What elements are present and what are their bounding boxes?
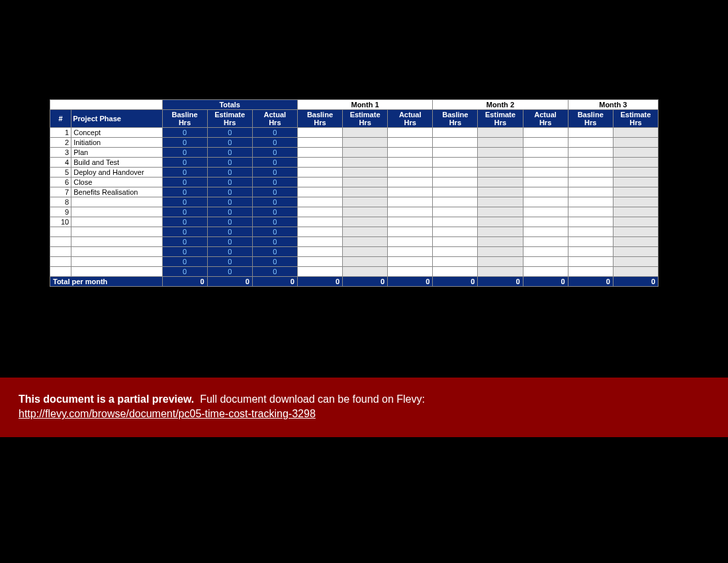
month-cell[interactable] [388,257,433,267]
month-cell[interactable] [478,267,523,277]
month-cell[interactable] [568,227,613,237]
month-cell[interactable] [343,217,388,227]
month-cell[interactable] [433,138,478,148]
month-cell[interactable] [297,187,342,197]
month-cell[interactable] [297,178,342,187]
month-cell[interactable] [433,128,478,138]
month-cell[interactable] [613,257,658,267]
month-cell[interactable] [343,158,388,168]
month-cell[interactable] [388,148,433,158]
month-cell[interactable] [568,148,613,158]
month-cell[interactable] [297,237,342,247]
month-cell[interactable] [613,178,658,187]
month-cell[interactable] [343,187,388,197]
month-cell[interactable] [297,168,342,178]
month-cell[interactable] [478,257,523,267]
month-cell[interactable] [297,158,342,168]
month-cell[interactable] [343,267,388,277]
month-cell[interactable] [523,138,568,148]
month-cell[interactable] [297,197,342,207]
month-cell[interactable] [388,138,433,148]
month-cell[interactable] [388,267,433,277]
month-cell[interactable] [523,178,568,187]
month-cell[interactable] [613,128,658,138]
month-cell[interactable] [523,148,568,158]
month-cell[interactable] [297,138,342,148]
month-cell[interactable] [388,207,433,217]
month-cell[interactable] [297,267,342,277]
month-cell[interactable] [388,247,433,257]
month-cell[interactable] [568,128,613,138]
month-cell[interactable] [433,207,478,217]
month-cell[interactable] [388,187,433,197]
month-cell[interactable] [568,267,613,277]
month-cell[interactable] [478,237,523,247]
month-cell[interactable] [388,197,433,207]
month-cell[interactable] [478,128,523,138]
month-cell[interactable] [523,187,568,197]
month-cell[interactable] [433,158,478,168]
month-cell[interactable] [568,207,613,217]
month-cell[interactable] [433,227,478,237]
month-cell[interactable] [478,207,523,217]
month-cell[interactable] [523,128,568,138]
month-cell[interactable] [388,217,433,227]
month-cell[interactable] [478,138,523,148]
month-cell[interactable] [568,187,613,197]
month-cell[interactable] [523,237,568,247]
month-cell[interactable] [523,197,568,207]
month-cell[interactable] [343,237,388,247]
month-cell[interactable] [478,178,523,187]
month-cell[interactable] [613,217,658,227]
month-cell[interactable] [478,227,523,237]
month-cell[interactable] [523,207,568,217]
month-cell[interactable] [613,168,658,178]
month-cell[interactable] [388,168,433,178]
month-cell[interactable] [478,168,523,178]
month-cell[interactable] [523,267,568,277]
month-cell[interactable] [343,197,388,207]
month-cell[interactable] [613,247,658,257]
month-cell[interactable] [297,148,342,158]
month-cell[interactable] [523,217,568,227]
month-cell[interactable] [568,168,613,178]
month-cell[interactable] [523,168,568,178]
month-cell[interactable] [568,178,613,187]
month-cell[interactable] [343,257,388,267]
month-cell[interactable] [343,207,388,217]
month-cell[interactable] [388,237,433,247]
month-cell[interactable] [568,138,613,148]
month-cell[interactable] [388,128,433,138]
month-cell[interactable] [613,148,658,158]
month-cell[interactable] [388,227,433,237]
month-cell[interactable] [568,247,613,257]
month-cell[interactable] [613,158,658,168]
month-cell[interactable] [433,247,478,257]
month-cell[interactable] [343,178,388,187]
month-cell[interactable] [523,227,568,237]
month-cell[interactable] [297,257,342,267]
month-cell[interactable] [433,187,478,197]
month-cell[interactable] [523,158,568,168]
month-cell[interactable] [297,128,342,138]
month-cell[interactable] [433,197,478,207]
month-cell[interactable] [613,197,658,207]
month-cell[interactable] [568,257,613,267]
month-cell[interactable] [343,148,388,158]
month-cell[interactable] [568,217,613,227]
month-cell[interactable] [433,257,478,267]
month-cell[interactable] [388,158,433,168]
month-cell[interactable] [478,158,523,168]
month-cell[interactable] [613,237,658,247]
month-cell[interactable] [613,207,658,217]
month-cell[interactable] [478,247,523,257]
month-cell[interactable] [433,237,478,247]
month-cell[interactable] [568,158,613,168]
month-cell[interactable] [297,217,342,227]
month-cell[interactable] [343,168,388,178]
month-cell[interactable] [568,237,613,247]
month-cell[interactable] [343,247,388,257]
month-cell[interactable] [478,187,523,197]
month-cell[interactable] [478,197,523,207]
month-cell[interactable] [343,128,388,138]
